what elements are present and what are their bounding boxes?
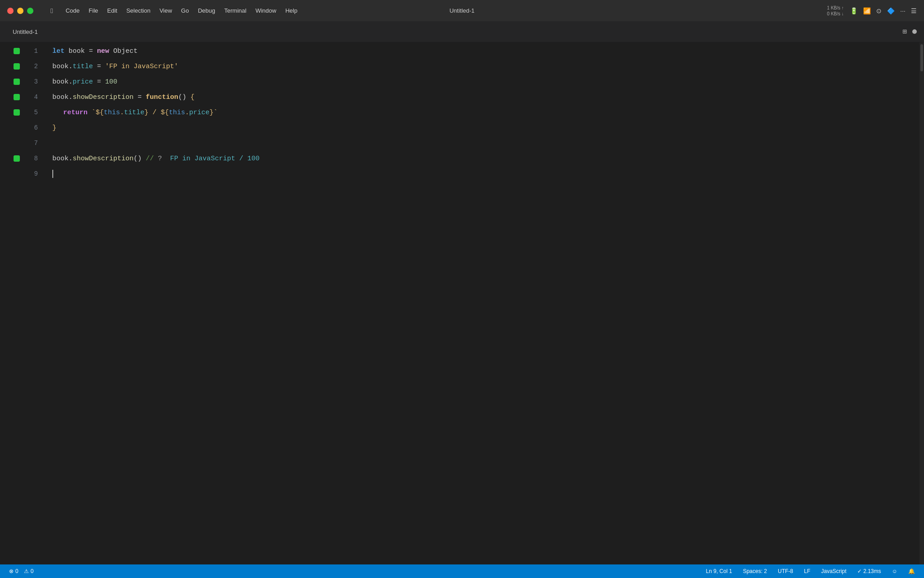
code-line-5[interactable]: return ` ${ this . title } / ${ this . p… (52, 105, 919, 120)
scrollbar[interactable] (919, 42, 924, 564)
battery-icon: 🔋 (850, 7, 858, 14)
notification-icon[interactable]: 🔔 (906, 567, 917, 575)
download-stat: 0 KB/s ↓ (827, 11, 844, 17)
smiley-icon[interactable]: ☺ (890, 567, 899, 575)
code-line-7[interactable] (52, 135, 919, 151)
token-new-1: new (97, 48, 109, 55)
menu-help[interactable]: Help (282, 5, 301, 16)
token-questionmark-8: ? (158, 155, 166, 162)
token-dot-5a: . (120, 109, 124, 116)
gutter-row-6[interactable] (0, 120, 23, 135)
encoding-label: UTF-8 (778, 568, 793, 574)
scrollbar-thumb[interactable] (920, 44, 923, 71)
gutter-row-2[interactable] (0, 59, 23, 74)
language-mode[interactable]: JavaScript (819, 567, 848, 575)
menu-terminal[interactable]: Terminal (221, 5, 250, 16)
settings-dot-icon[interactable] (912, 29, 917, 34)
code-line-1[interactable]: let book = new Object (52, 43, 919, 59)
menu-selection[interactable]: Selection (123, 5, 154, 16)
menu-debug[interactable]: Debug (194, 5, 219, 16)
code-line-3[interactable]: book . price = 100 (52, 74, 919, 89)
tab-bar: Untitled-1 ⊞ (0, 21, 924, 42)
token-dot-4: . (69, 94, 73, 101)
gutter-row-5[interactable] (0, 105, 23, 120)
gutter-row-8[interactable] (0, 151, 23, 166)
gutter-row-7[interactable] (0, 135, 23, 151)
timing: ✓ 2.13ms (855, 567, 883, 575)
line-num-4: 4 (23, 89, 38, 105)
token-book-4: book (52, 94, 69, 101)
close-button[interactable] (7, 8, 14, 14)
gutter-row-1[interactable] (0, 43, 23, 59)
code-line-4[interactable]: book . showDescription = function () { (52, 89, 919, 105)
status-bar: ⊗ 0 ⚠ 0 Ln 9, Col 1 Spaces: 2 UTF-8 LF J… (0, 564, 924, 578)
tab-right-icons: ⊞ (902, 27, 917, 36)
editor: 1 2 3 4 5 6 7 8 9 let book = new Object … (0, 42, 924, 564)
breakpoint-1[interactable] (14, 48, 20, 54)
breakpoint-3[interactable] (14, 79, 20, 85)
maximize-button[interactable] (27, 8, 33, 14)
gutter-row-9[interactable] (0, 166, 23, 182)
menu-window[interactable]: Window (252, 5, 280, 16)
token-close-5b: } (209, 109, 213, 116)
window-title: Untitled-1 (449, 7, 475, 14)
code-line-2[interactable]: book . title = 'FP in JavaScript' (52, 59, 919, 74)
indentation[interactable]: Spaces: 2 (741, 567, 769, 575)
token-return-5: return (63, 109, 88, 116)
breakpoint-4[interactable] (14, 94, 20, 100)
token-book-2: book (52, 63, 69, 70)
position-label: Ln 9, Col 1 (706, 568, 732, 574)
status-right: Ln 9, Col 1 Spaces: 2 UTF-8 LF JavaScrip… (704, 567, 917, 575)
line-num-9: 9 (23, 166, 38, 182)
eol[interactable]: LF (802, 567, 812, 575)
token-price-5: price (189, 109, 209, 116)
token-eq-1: = (89, 48, 97, 55)
code-line-6[interactable]: } (52, 120, 919, 135)
token-str-2: 'FP in JavaScript' (105, 63, 178, 70)
traffic-lights (7, 8, 33, 14)
list-icon[interactable]: ☰ (911, 7, 917, 14)
code-line-9[interactable] (52, 166, 919, 182)
menu-code[interactable]: Code (62, 5, 83, 16)
breakpoint-8[interactable] (14, 155, 20, 162)
menu-edit[interactable]: Edit (104, 5, 121, 16)
titlebar-right: 1 KB/s ↑ 0 KB/s ↓ 🔋 📶 ⊙ 🔷 ··· ☰ (827, 5, 917, 17)
menu-go[interactable]: Go (177, 5, 192, 16)
breakpoint-2[interactable] (14, 63, 20, 70)
line-num-5: 5 (23, 105, 38, 120)
network-stats: 1 KB/s ↑ 0 KB/s ↓ (827, 5, 844, 17)
split-editor-icon[interactable]: ⊞ (902, 27, 907, 36)
warning-icon: ⚠ (24, 568, 29, 574)
code-line-8[interactable]: book . showDescription () // ? FP in Jav… (52, 151, 919, 166)
error-count[interactable]: ⊗ 0 ⚠ 0 (7, 567, 35, 575)
spaces-label: Spaces: 2 (743, 568, 767, 574)
token-dot-2: . (69, 63, 73, 70)
error-num: 0 (15, 568, 18, 574)
code-area[interactable]: let book = new Object book . title = 'FP… (45, 42, 919, 564)
more-icon[interactable]: ··· (900, 7, 906, 14)
line-num-3: 3 (23, 74, 38, 89)
status-icons: 🔋 📶 ⊙ 🔷 ··· ☰ (850, 7, 917, 14)
line-num-7: 7 (23, 135, 38, 151)
menu-file[interactable]: File (85, 5, 102, 16)
encoding[interactable]: UTF-8 (776, 567, 795, 575)
error-icon: ⊗ (9, 568, 14, 574)
warning-num: 0 (31, 568, 34, 574)
token-book-3: book (52, 79, 69, 85)
cursor-position[interactable]: Ln 9, Col 1 (704, 567, 734, 575)
emoji-icon: ☺ (892, 568, 897, 574)
language-label: JavaScript (821, 568, 846, 574)
token-paren-8: () (134, 155, 142, 162)
gutter-row-3[interactable] (0, 74, 23, 89)
gutter-row-4[interactable] (0, 89, 23, 105)
menu-view[interactable]: View (156, 5, 176, 16)
minimize-button[interactable] (17, 8, 23, 14)
token-space-1a: book (65, 48, 89, 55)
apple-menu[interactable]:  (47, 5, 56, 16)
finder-icon: 🔷 (887, 7, 895, 14)
token-backtick-5: ` (213, 109, 217, 116)
editor-tab[interactable]: Untitled-1 (7, 26, 43, 38)
breakpoint-5[interactable] (14, 109, 20, 116)
eol-label: LF (804, 568, 810, 574)
token-this-5b: this (169, 109, 185, 116)
